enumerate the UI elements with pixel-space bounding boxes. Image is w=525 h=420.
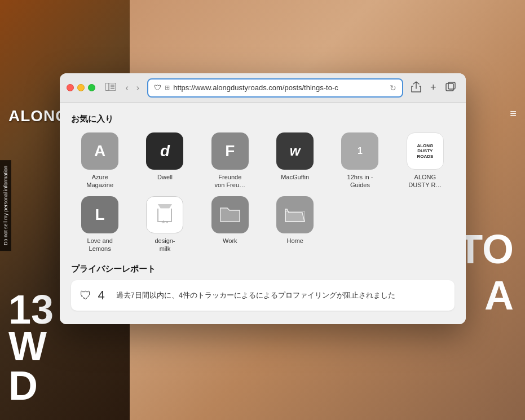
folder-open-icon [284,206,306,224]
privacy-shield-report-icon: 🛡 [80,289,91,302]
fav-azure-icon: A [81,132,118,170]
fav-love[interactable]: L Love andLemons [71,196,129,253]
share-button[interactable] [408,79,425,97]
fav-freunde-icon: F [211,132,249,170]
tabs-icon [445,82,456,92]
fav-macguffin[interactable]: w MacGuffin [266,132,324,189]
fav-along-icon: ALONGDUSTYROADS [407,132,444,170]
fav-dwell-label: Dwell [157,173,173,181]
fav-design-milk-label: design-milk [155,237,175,253]
close-button[interactable] [67,84,74,91]
fav-design-milk[interactable]: dm design-milk [136,196,194,253]
fav-along[interactable]: ALONGDUSTYROADS ALONGDUSTY R… [396,132,454,189]
privacy-box[interactable]: 🛡 4 過去7日間以内に、4件のトラッカーによるによるプロファイリングが阻止され… [71,280,455,311]
fav-12hrs-icon: 1 [341,132,378,170]
fav-work[interactable]: Work [201,196,259,253]
fav-freunde-label: Freundevon Freu… [215,173,245,189]
along-logo-text: ALONGDUSTYROADS [414,141,435,162]
fav-azure[interactable]: A AzureMagazine [71,132,129,189]
design-milk-content: dm [156,204,174,226]
sidebar-icon [105,83,116,91]
title-bar: ‹ › 🛡 ⊞ https://www.alongdustyroads.com/… [60,73,466,103]
fav-design-milk-icon: dm [146,196,183,233]
privacy-shield-icon: 🛡 [154,83,161,92]
address-bar[interactable]: 🛡 ⊞ https://www.alongdustyroads.com/post… [147,78,403,98]
traffic-lights [67,84,95,91]
bg-left-badge: Do not sell my personal information [0,160,11,251]
browser-window: ‹ › 🛡 ⊞ https://www.alongdustyroads.com/… [60,73,466,324]
fav-azure-label: AzureMagazine [86,173,113,189]
tabs-button[interactable] [442,79,459,96]
fav-home[interactable]: Home [266,196,324,253]
back-button[interactable]: ‹ [122,81,132,95]
privacy-message: 過去7日間以内に、4件のトラッカーによるによるプロファイリングが阻止されました [116,290,395,300]
fav-macguffin-icon: w [276,132,314,170]
minimize-button[interactable] [77,84,85,91]
fav-home-icon [276,196,314,233]
fav-love-label: Love andLemons [87,237,113,253]
reload-button[interactable]: ↻ [390,83,396,92]
fav-home-label: Home [286,237,303,245]
svg-rect-0 [105,83,109,91]
fav-dwell[interactable]: d Dwell [136,132,194,189]
fav-freunde[interactable]: F Freundevon Freu… [201,132,259,189]
forward-button[interactable]: › [133,81,143,95]
fav-dwell-icon: d [146,132,183,170]
fav-work-label: Work [223,237,237,245]
maximize-button[interactable] [88,84,95,91]
fav-12hrs-label: 12hrs in -Guides [347,173,373,189]
dropdown-panel: お気に入り A AzureMagazine d Dwell F Freundev… [60,103,466,324]
privacy-count: 4 [98,288,109,303]
fav-work-icon [211,196,249,233]
fav-love-icon: L [81,196,118,233]
bg-right-menu-icon: ≡ [510,107,517,120]
toolbar-right: + [408,79,459,97]
sidebar-toggle-button[interactable] [103,81,118,95]
bg-left-letter-d: D [8,362,38,409]
privacy-title: プライバシーレポート [71,264,455,275]
address-text: https://www.alongdustyroads.com/posts/th… [173,83,386,92]
share-icon [411,81,421,92]
favorites-grid: A AzureMagazine d Dwell F Freundevon Fre… [71,132,455,253]
favorites-title: お気に入り [71,114,455,125]
fav-12hrs[interactable]: 1 12hrs in -Guides [331,132,389,189]
folder-icon [219,206,241,224]
nav-buttons: ‹ › [122,81,143,95]
new-tab-button[interactable]: + [427,79,440,96]
fav-along-label: ALONGDUSTY R… [408,173,442,189]
svg-rect-5 [446,83,453,91]
fav-macguffin-label: MacGuffin [281,173,309,181]
grid-icon: ⊞ [165,84,170,91]
